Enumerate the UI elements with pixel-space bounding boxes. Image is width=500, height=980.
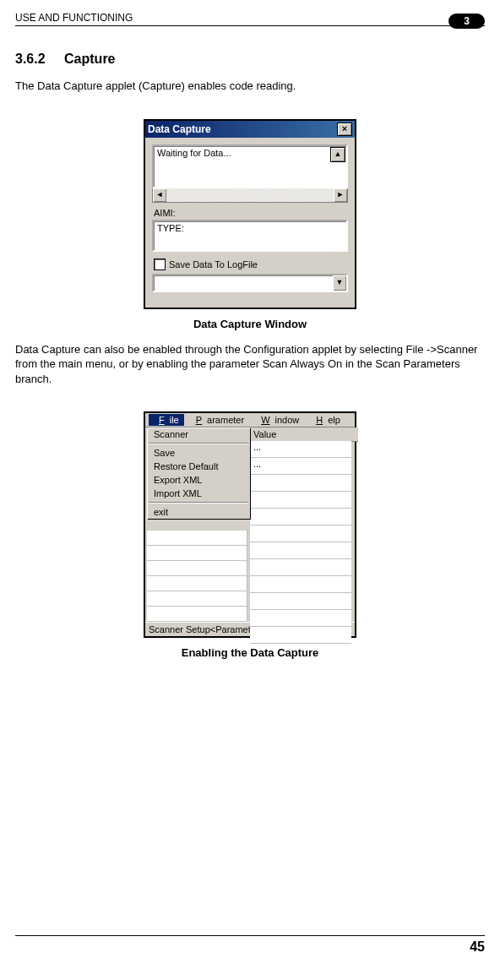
value-cell[interactable] [250, 627, 351, 644]
menu-separator [149, 502, 248, 504]
page-number: 45 [470, 939, 485, 954]
horizontal-scrollbar[interactable]: ◄ ► [152, 188, 348, 203]
scroll-left-icon[interactable]: ◄ [153, 188, 166, 202]
section-heading: 3.6.2 Capture [15, 52, 485, 67]
type-label: TYPE: [157, 223, 184, 233]
figure2-caption: Enabling the Data Capture [15, 646, 485, 659]
chapter-badge: 3 [448, 14, 485, 29]
value-cell[interactable] [250, 509, 351, 525]
waiting-text: Waiting for Data... [157, 148, 231, 158]
figure1-caption: Data Capture Window [15, 318, 485, 330]
scrollbar-track[interactable] [166, 188, 334, 202]
type-box[interactable]: TYPE: [152, 220, 348, 252]
value-cell[interactable] [250, 475, 351, 492]
value-cell[interactable] [250, 593, 351, 610]
menu-item-export-xml[interactable]: Export XML [147, 473, 250, 487]
value-cell[interactable] [250, 542, 351, 559]
section-title: Capture [64, 52, 115, 66]
menu-file[interactable]: File [149, 414, 184, 426]
menu-item-save[interactable]: Save [147, 446, 250, 460]
window-title: Data Capture [148, 123, 211, 135]
value-cell[interactable]: ... [250, 458, 351, 475]
logfile-combo[interactable]: ▼ [152, 274, 348, 292]
scroll-up-icon[interactable]: ▲ [330, 147, 345, 162]
file-dropdown[interactable]: Scanner Save Restore Default Export XML … [147, 427, 250, 519]
close-icon[interactable]: × [337, 122, 352, 136]
menu-bar[interactable]: File Parameter Window Help [145, 413, 355, 427]
value-cell[interactable] [250, 492, 351, 509]
window-title-bar[interactable]: Data Capture × [145, 121, 355, 138]
data-output-box[interactable]: Waiting for Data... ▲ [152, 144, 348, 188]
save-logfile-label: Save Data To LogFile [169, 259, 258, 270]
menu-window[interactable]: Window [251, 414, 304, 426]
combo-field[interactable] [154, 275, 333, 291]
section-number: 3.6.2 [15, 52, 46, 66]
value-cell[interactable]: ... [250, 441, 351, 458]
left-column-empty [147, 531, 247, 622]
menu-separator [149, 443, 248, 444]
paragraph-2: Data Capture can also be enabled through… [15, 342, 485, 387]
aimi-label: AIMI: [152, 208, 348, 218]
save-logfile-checkbox[interactable] [154, 259, 166, 270]
paragraph-1: The Data Capture applet (Capture) enable… [15, 79, 485, 94]
config-window: File Parameter Window Help Value ... ... [144, 411, 356, 638]
menu-item-import-xml[interactable]: Import XML [147, 487, 250, 500]
menu-parameter[interactable]: Parameter [186, 414, 249, 426]
scroll-right-icon[interactable]: ► [334, 188, 347, 202]
value-cell[interactable] [250, 576, 351, 593]
data-capture-window: Data Capture × Waiting for Data... ▲ ◄ ►… [144, 119, 356, 309]
menu-help[interactable]: Help [306, 414, 345, 426]
value-cell[interactable] [250, 559, 351, 576]
value-cell[interactable] [250, 610, 351, 627]
menu-item-restore-default[interactable]: Restore Default [147, 460, 250, 473]
value-column: ... ... [250, 441, 351, 644]
menu-item-scanner[interactable]: Scanner [147, 427, 250, 441]
value-cell[interactable] [250, 525, 351, 542]
menu-item-exit[interactable]: exit [147, 505, 250, 519]
chevron-down-icon[interactable]: ▼ [333, 275, 346, 291]
running-header: USE AND FUNCTIONING [15, 12, 133, 24]
value-column-header: Value [250, 427, 358, 442]
